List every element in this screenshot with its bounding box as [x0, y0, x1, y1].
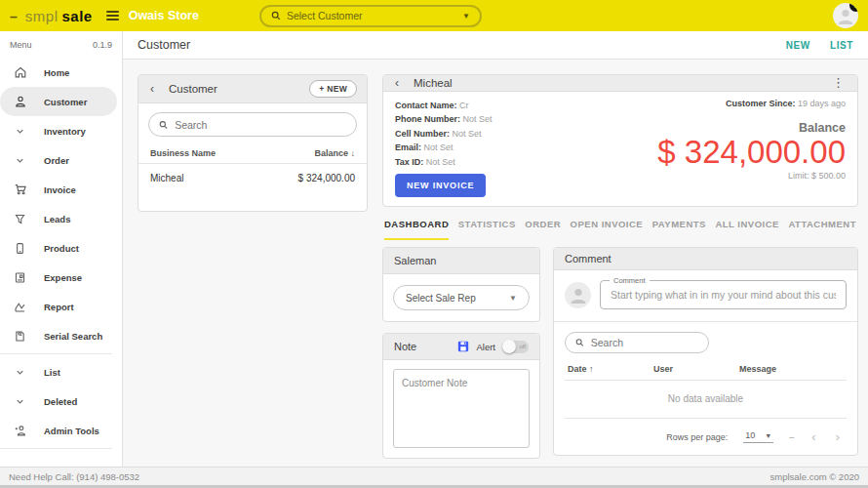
- sidebar-item-list[interactable]: List: [0, 357, 122, 386]
- empty-state-text: No data available: [554, 381, 857, 418]
- customer-list-card: ‹ Customer + NEW Business Name Balance ↓…: [138, 74, 368, 212]
- sidebar-item-order[interactable]: Order: [0, 145, 122, 175]
- page-title: Customer: [138, 38, 190, 52]
- sidebar-item-customer[interactable]: Customer: [0, 87, 117, 116]
- detail-tabs: DASHBOARD STATISTICS ORDER OPEN INVOICE …: [382, 207, 858, 240]
- customer-row-balance: $ 324,000.00: [298, 173, 355, 183]
- main-area: Customer NEW LIST ‹ Customer + NEW: [123, 31, 868, 467]
- sidebar-item-report[interactable]: Report: [0, 292, 122, 321]
- funnel-icon: [13, 212, 27, 226]
- chevron-down-icon: [13, 394, 27, 409]
- sale-rep-dropdown[interactable]: Select Sale Rep ▼: [393, 285, 530, 310]
- save-icon[interactable]: [457, 341, 469, 352]
- note-header: Note Alert off: [383, 334, 539, 360]
- user-avatar[interactable]: ♛: [833, 3, 858, 28]
- customer-detail-fields: Contact Name: Cr Phone Number: Not Set C…: [395, 99, 493, 198]
- comment-search-input[interactable]: [591, 337, 698, 348]
- column-balance[interactable]: Balance ↓: [314, 148, 355, 158]
- customer-detail-card: ‹ Micheal ⋮ Contact Name: Cr Phone Numbe…: [382, 74, 858, 207]
- customer-note-textarea[interactable]: [393, 369, 530, 448]
- next-page-icon[interactable]: ›: [834, 432, 842, 442]
- sidebar-item-deleted[interactable]: Deleted: [0, 386, 122, 416]
- saleman-card: Saleman Select Sale Rep ▼: [382, 247, 540, 322]
- receipt-icon: [13, 270, 27, 285]
- person-icon: [13, 95, 27, 109]
- kebab-menu-icon[interactable]: ⋮: [829, 75, 848, 90]
- customer-table-header: Business Name Balance ↓: [138, 142, 367, 164]
- tab-attachment[interactable]: ATTACHMENT: [788, 219, 856, 240]
- chevron-down-icon: ▼: [765, 432, 771, 439]
- back-chevron-icon[interactable]: ‹: [393, 76, 401, 90]
- comment-input-field[interactable]: Comment: [600, 280, 847, 309]
- chevron-down-icon: ▼: [462, 12, 470, 20]
- comment-search-field[interactable]: [565, 332, 709, 353]
- content-area: ‹ Customer + NEW Business Name Balance ↓…: [123, 60, 868, 467]
- customer-row[interactable]: Micheal $ 324,000.00: [138, 164, 367, 192]
- logo-text-smpl: smpl: [25, 8, 59, 24]
- new-customer-button[interactable]: + NEW: [309, 80, 357, 98]
- comment-table-header: Date ↑ User Message: [554, 357, 857, 380]
- sidebar-item-product[interactable]: Product: [0, 233, 122, 263]
- search-icon: [159, 120, 168, 130]
- search-icon: [271, 11, 281, 20]
- customer-since-value: 19 days ago: [798, 99, 846, 108]
- sidebar-item-invoice[interactable]: Invoice: [0, 175, 122, 204]
- list-action-link[interactable]: LIST: [830, 40, 853, 51]
- sidebar-item-leads[interactable]: Leads: [0, 204, 122, 233]
- rows-per-page-label: Rows per page:: [666, 432, 728, 442]
- customer-since-label: Customer Since:: [726, 99, 796, 108]
- sidebar-nav: Home Customer Inventory Order Invoice: [0, 56, 122, 467]
- sidebar-item-inventory[interactable]: Inventory: [0, 116, 122, 145]
- comment-header: Comment: [554, 248, 857, 270]
- new-action-link[interactable]: NEW: [786, 40, 810, 51]
- copyright-text: smplsale.com © 2020: [770, 471, 859, 482]
- column-date[interactable]: Date ↑: [568, 364, 653, 374]
- column-user[interactable]: User: [653, 364, 739, 374]
- column-message[interactable]: Message: [739, 364, 844, 374]
- tab-open-invoice[interactable]: OPEN INVOICE: [571, 219, 644, 240]
- sidebar-item-admin-tools[interactable]: Admin Tools: [0, 416, 122, 445]
- column-business-name[interactable]: Business Name: [150, 148, 216, 158]
- customer-search-input[interactable]: [175, 119, 346, 131]
- credit-limit: Limit: $ 500.00: [788, 171, 846, 181]
- customer-row-name: Micheal: [150, 173, 183, 183]
- sidebar-menu-label: Menu: [10, 40, 32, 50]
- note-card: Note Alert off: [382, 333, 540, 459]
- balance-label: Balance: [799, 121, 846, 135]
- alert-toggle[interactable]: off: [502, 341, 529, 353]
- top-bar: – smpl sale Owais Store Select Customer …: [0, 0, 868, 31]
- back-chevron-icon[interactable]: ‹: [148, 82, 156, 96]
- alert-label: Alert: [476, 342, 495, 352]
- chevron-down-icon: [13, 365, 27, 380]
- new-invoice-button[interactable]: NEW INVOICE: [395, 174, 486, 197]
- toggle-knob: [502, 340, 516, 353]
- page-header: Customer NEW LIST: [123, 31, 868, 60]
- sidebar-divider: [0, 448, 112, 449]
- sidebar-item-expense[interactable]: Expense: [0, 263, 122, 292]
- comment-input[interactable]: [601, 289, 846, 301]
- sidebar: Menu 0.1.9 Home Customer Inventory: [0, 31, 123, 467]
- tab-all-invoice[interactable]: ALL INVOICE: [715, 219, 779, 240]
- tab-order[interactable]: ORDER: [525, 219, 561, 240]
- sidebar-item-home[interactable]: Home: [0, 58, 122, 87]
- comment-input-label: Comment: [610, 276, 650, 285]
- select-customer-placeholder: Select Customer: [287, 10, 456, 21]
- select-customer-dropdown[interactable]: Select Customer ▼: [259, 5, 482, 27]
- sort-asc-icon: ↑: [589, 364, 594, 374]
- pagination-bar: Rows per page: 10 ▼ – ‹ ›: [554, 419, 857, 455]
- customer-search-field[interactable]: [148, 112, 357, 137]
- previous-page-icon[interactable]: ‹: [809, 432, 817, 442]
- comment-compose-row: Comment: [554, 270, 857, 322]
- sidebar-item-serial-search[interactable]: Serial Search: [0, 321, 122, 350]
- page-range: –: [789, 432, 794, 442]
- customer-detail-header: ‹ Micheal ⋮: [383, 75, 857, 92]
- search-icon: [575, 338, 584, 347]
- chart-icon: [13, 300, 27, 314]
- tab-dashboard[interactable]: DASHBOARD: [384, 219, 449, 240]
- saleman-header: Saleman: [383, 248, 539, 274]
- rows-per-page-select[interactable]: 10 ▼: [743, 430, 773, 443]
- chevron-down-icon: [13, 153, 27, 168]
- hamburger-menu-icon[interactable]: [106, 11, 119, 20]
- tab-statistics[interactable]: STATISTICS: [458, 219, 516, 240]
- tab-payments[interactable]: PAYMENTS: [652, 219, 706, 240]
